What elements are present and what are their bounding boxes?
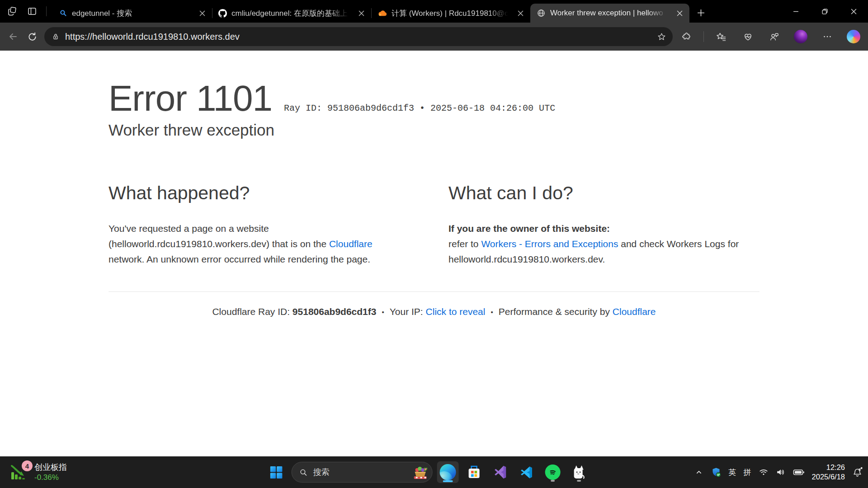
- section-heading: What happened?: [108, 183, 394, 204]
- refresh-icon[interactable]: [23, 27, 42, 46]
- more-menu-icon[interactable]: [818, 28, 836, 46]
- divider: [108, 291, 760, 292]
- close-icon[interactable]: [197, 8, 208, 19]
- search-highlight-image[interactable]: [411, 465, 429, 480]
- taskbar-store-app[interactable]: [463, 461, 485, 483]
- tab-strip: edgetunnel - 搜索 cmliu/edgetunnel: 在原版的基础…: [0, 0, 868, 23]
- github-favicon: [218, 9, 227, 18]
- search-placeholder: 搜索: [313, 467, 406, 478]
- widget-change: -0.36%: [34, 473, 67, 482]
- owner-note: If you are the owner of this website:: [448, 223, 610, 234]
- browser-toolbar: https://helloworld.rdcu1919810.workers.d…: [0, 23, 868, 51]
- close-icon[interactable]: [356, 8, 367, 19]
- page-title: Error 1101: [108, 79, 272, 118]
- windows-logo-icon: [270, 466, 282, 479]
- what-can-i-do-section: What can I do? If you are the owner of t…: [448, 183, 760, 267]
- favorites-icon[interactable]: [712, 28, 731, 46]
- close-icon[interactable]: [515, 8, 526, 19]
- defender-shield-icon[interactable]: [711, 467, 722, 478]
- profile-avatar[interactable]: [792, 28, 810, 46]
- section-heading: What can I do?: [448, 183, 760, 204]
- close-icon[interactable]: [674, 8, 685, 19]
- taskbar-clock[interactable]: 12:26 2025/6/18: [812, 463, 845, 482]
- tab-search[interactable]: edgetunnel - 搜索: [53, 4, 212, 23]
- divider: [703, 31, 704, 42]
- taskbar-edge-app[interactable]: [437, 461, 459, 483]
- lock-icon: [52, 33, 60, 41]
- wifi-icon[interactable]: [759, 467, 769, 477]
- bullet: •: [491, 308, 493, 316]
- error-subtitle: Worker threw exception: [108, 121, 760, 139]
- body-text: refer to: [448, 239, 481, 249]
- widget-badge: 4: [22, 460, 33, 471]
- tab-title: Worker threw exception | hellowo: [550, 9, 670, 18]
- clock-date: 2025/6/18: [812, 472, 845, 482]
- bullet: •: [382, 308, 384, 316]
- footer-ray-id: 951806ab9d6cd1f3: [292, 306, 377, 317]
- search-favicon: [59, 9, 67, 17]
- back-icon[interactable]: [4, 27, 23, 46]
- battery-icon[interactable]: [793, 467, 805, 477]
- taskbar-spotify-app[interactable]: [542, 461, 564, 483]
- what-happened-section: What happened? You've requested a page o…: [108, 183, 394, 267]
- taskbar-search[interactable]: 搜索: [292, 462, 433, 483]
- cat-app-icon: [572, 465, 586, 480]
- vscode-icon: [519, 465, 533, 479]
- footer-cloudflare-link[interactable]: Cloudflare: [613, 306, 656, 317]
- performance-label: Performance & security by: [499, 306, 610, 317]
- start-button[interactable]: [265, 461, 287, 483]
- tab-github[interactable]: cmliu/edgetunnel: 在原版的基础上: [212, 4, 371, 23]
- workspaces-icon[interactable]: [26, 5, 38, 17]
- url-text[interactable]: https://helloworld.rdcu1919810.workers.d…: [65, 32, 648, 42]
- tab-worker-exception[interactable]: Worker threw exception | hellowo: [530, 4, 689, 23]
- close-window-icon[interactable]: [839, 0, 868, 23]
- notification-bell-icon[interactable]: [852, 467, 863, 478]
- footer-label: Cloudflare Ray ID:: [212, 306, 292, 317]
- tray-chevron-up-icon[interactable]: [694, 468, 703, 477]
- copilot-icon[interactable]: [844, 28, 863, 46]
- visual-studio-icon: [493, 465, 508, 479]
- clock-time: 12:26: [812, 463, 845, 472]
- cloudflare-link[interactable]: Cloudflare: [329, 239, 373, 249]
- copilot-logo: [847, 30, 860, 43]
- new-tab-icon[interactable]: [693, 5, 708, 20]
- feedback-icon[interactable]: [765, 28, 783, 46]
- tab-title: edgetunnel - 搜索: [72, 8, 192, 19]
- tab-activity-icon[interactable]: [6, 5, 18, 17]
- ime-mode-indicator[interactable]: 拼: [744, 467, 751, 478]
- windows-taskbar: 4 创业板指 -0.36% 搜索: [0, 456, 868, 488]
- volume-icon[interactable]: [776, 467, 786, 477]
- taskbar-vscode-app[interactable]: [516, 461, 538, 483]
- ray-id-line: Ray ID: 951806ab9d6cd1f3 • 2025-06-18 04…: [284, 103, 555, 113]
- click-to-reveal-link[interactable]: Click to reveal: [426, 306, 486, 317]
- stocks-widget[interactable]: 4 创业板指 -0.36%: [4, 456, 72, 488]
- your-ip-label: Your IP:: [390, 306, 423, 317]
- search-icon: [299, 468, 308, 477]
- globe-favicon: [537, 9, 546, 18]
- avatar: [794, 30, 807, 43]
- divider: [46, 6, 47, 16]
- restore-icon[interactable]: [810, 0, 839, 23]
- cloudflare-favicon: [377, 9, 387, 17]
- address-bar[interactable]: https://helloworld.rdcu1919810.workers.d…: [44, 27, 673, 46]
- edge-icon: [440, 464, 456, 480]
- body-text: network. An unknown error occurred while…: [108, 254, 370, 264]
- cloudflare-footer: Cloudflare Ray ID: 951806ab9d6cd1f3•Your…: [108, 306, 760, 317]
- browser-essentials-icon[interactable]: [739, 28, 757, 46]
- tab-title: cmliu/edgetunnel: 在原版的基础上: [231, 8, 351, 19]
- workers-errors-link[interactable]: Workers - Errors and Exceptions: [481, 239, 618, 249]
- taskbar-clash-app[interactable]: [568, 461, 590, 483]
- spotify-icon: [545, 465, 561, 480]
- tab-cloudflare-dashboard[interactable]: 计算 (Workers) | Rdcu1919810@o: [371, 4, 530, 23]
- page-content: Error 1101 Ray ID: 951806ab9d6cd1f3 • 20…: [0, 51, 868, 456]
- body-text: You've requested a page on a website (he…: [108, 223, 329, 249]
- favorite-star-icon[interactable]: [654, 29, 669, 44]
- extensions-icon[interactable]: [677, 28, 695, 46]
- ime-language-indicator[interactable]: 英: [729, 467, 736, 478]
- minimize-icon[interactable]: [781, 0, 810, 23]
- tab-title: 计算 (Workers) | Rdcu1919810@o: [392, 8, 510, 19]
- taskbar-visual-studio-app[interactable]: [490, 461, 511, 483]
- browser-window: edgetunnel - 搜索 cmliu/edgetunnel: 在原版的基础…: [0, 0, 868, 456]
- microsoft-store-icon: [467, 465, 481, 479]
- widget-title: 创业板指: [34, 462, 67, 473]
